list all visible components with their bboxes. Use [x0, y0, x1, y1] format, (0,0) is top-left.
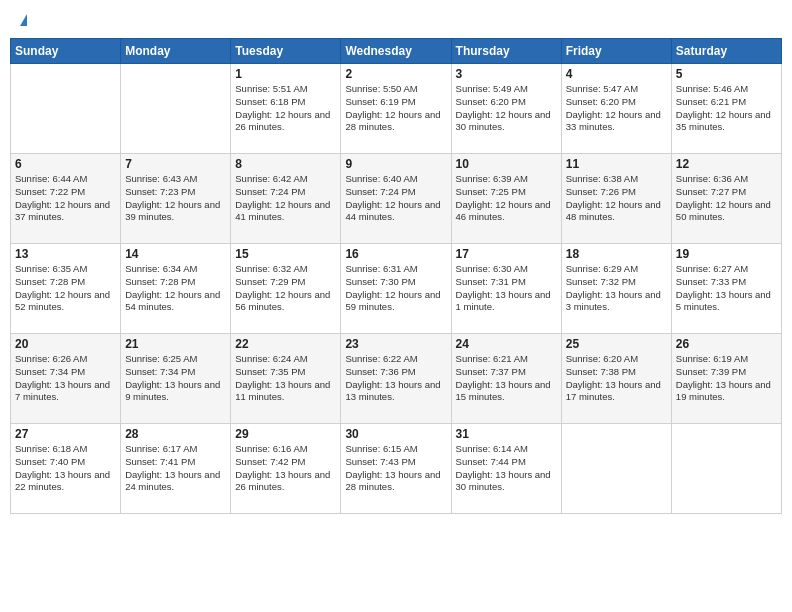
day-number: 20 — [15, 337, 116, 351]
column-header-tuesday: Tuesday — [231, 39, 341, 64]
calendar-cell: 9 Sunrise: 6:40 AMSunset: 7:24 PMDayligh… — [341, 154, 451, 244]
day-number: 19 — [676, 247, 777, 261]
calendar-week-2: 6 Sunrise: 6:44 AMSunset: 7:22 PMDayligh… — [11, 154, 782, 244]
day-number: 6 — [15, 157, 116, 171]
logo-triangle-icon — [20, 14, 27, 26]
day-number: 9 — [345, 157, 446, 171]
day-detail: Sunrise: 5:46 AMSunset: 6:21 PMDaylight:… — [676, 83, 777, 134]
calendar-cell: 21 Sunrise: 6:25 AMSunset: 7:34 PMDaylig… — [121, 334, 231, 424]
day-detail: Sunrise: 6:22 AMSunset: 7:36 PMDaylight:… — [345, 353, 446, 404]
day-detail: Sunrise: 5:51 AMSunset: 6:18 PMDaylight:… — [235, 83, 336, 134]
day-detail: Sunrise: 6:40 AMSunset: 7:24 PMDaylight:… — [345, 173, 446, 224]
calendar-week-5: 27 Sunrise: 6:18 AMSunset: 7:40 PMDaylig… — [11, 424, 782, 514]
calendar-cell: 26 Sunrise: 6:19 AMSunset: 7:39 PMDaylig… — [671, 334, 781, 424]
day-number: 28 — [125, 427, 226, 441]
column-header-sunday: Sunday — [11, 39, 121, 64]
day-number: 2 — [345, 67, 446, 81]
day-detail: Sunrise: 6:21 AMSunset: 7:37 PMDaylight:… — [456, 353, 557, 404]
day-number: 4 — [566, 67, 667, 81]
calendar-cell: 23 Sunrise: 6:22 AMSunset: 7:36 PMDaylig… — [341, 334, 451, 424]
calendar-cell: 2 Sunrise: 5:50 AMSunset: 6:19 PMDayligh… — [341, 64, 451, 154]
calendar-cell: 1 Sunrise: 5:51 AMSunset: 6:18 PMDayligh… — [231, 64, 341, 154]
column-header-thursday: Thursday — [451, 39, 561, 64]
day-detail: Sunrise: 6:20 AMSunset: 7:38 PMDaylight:… — [566, 353, 667, 404]
calendar-cell — [11, 64, 121, 154]
day-detail: Sunrise: 6:29 AMSunset: 7:32 PMDaylight:… — [566, 263, 667, 314]
calendar-cell: 27 Sunrise: 6:18 AMSunset: 7:40 PMDaylig… — [11, 424, 121, 514]
day-detail: Sunrise: 6:18 AMSunset: 7:40 PMDaylight:… — [15, 443, 116, 494]
calendar-cell: 4 Sunrise: 5:47 AMSunset: 6:20 PMDayligh… — [561, 64, 671, 154]
calendar-week-4: 20 Sunrise: 6:26 AMSunset: 7:34 PMDaylig… — [11, 334, 782, 424]
calendar-cell: 15 Sunrise: 6:32 AMSunset: 7:29 PMDaylig… — [231, 244, 341, 334]
calendar-cell: 3 Sunrise: 5:49 AMSunset: 6:20 PMDayligh… — [451, 64, 561, 154]
day-detail: Sunrise: 6:32 AMSunset: 7:29 PMDaylight:… — [235, 263, 336, 314]
day-number: 25 — [566, 337, 667, 351]
day-detail: Sunrise: 6:38 AMSunset: 7:26 PMDaylight:… — [566, 173, 667, 224]
calendar-cell: 5 Sunrise: 5:46 AMSunset: 6:21 PMDayligh… — [671, 64, 781, 154]
day-number: 29 — [235, 427, 336, 441]
day-number: 18 — [566, 247, 667, 261]
column-header-saturday: Saturday — [671, 39, 781, 64]
calendar-cell: 22 Sunrise: 6:24 AMSunset: 7:35 PMDaylig… — [231, 334, 341, 424]
day-detail: Sunrise: 6:14 AMSunset: 7:44 PMDaylight:… — [456, 443, 557, 494]
calendar-header-row: SundayMondayTuesdayWednesdayThursdayFrid… — [11, 39, 782, 64]
day-number: 23 — [345, 337, 446, 351]
calendar-week-3: 13 Sunrise: 6:35 AMSunset: 7:28 PMDaylig… — [11, 244, 782, 334]
day-number: 12 — [676, 157, 777, 171]
day-number: 16 — [345, 247, 446, 261]
calendar-cell: 18 Sunrise: 6:29 AMSunset: 7:32 PMDaylig… — [561, 244, 671, 334]
calendar-cell: 29 Sunrise: 6:16 AMSunset: 7:42 PMDaylig… — [231, 424, 341, 514]
day-detail: Sunrise: 6:19 AMSunset: 7:39 PMDaylight:… — [676, 353, 777, 404]
calendar-cell: 24 Sunrise: 6:21 AMSunset: 7:37 PMDaylig… — [451, 334, 561, 424]
calendar-cell: 28 Sunrise: 6:17 AMSunset: 7:41 PMDaylig… — [121, 424, 231, 514]
calendar-cell: 17 Sunrise: 6:30 AMSunset: 7:31 PMDaylig… — [451, 244, 561, 334]
day-detail: Sunrise: 6:17 AMSunset: 7:41 PMDaylight:… — [125, 443, 226, 494]
day-number: 27 — [15, 427, 116, 441]
day-number: 17 — [456, 247, 557, 261]
logo — [18, 14, 27, 26]
day-detail: Sunrise: 5:50 AMSunset: 6:19 PMDaylight:… — [345, 83, 446, 134]
day-detail: Sunrise: 6:26 AMSunset: 7:34 PMDaylight:… — [15, 353, 116, 404]
calendar-cell — [121, 64, 231, 154]
day-number: 5 — [676, 67, 777, 81]
day-detail: Sunrise: 5:47 AMSunset: 6:20 PMDaylight:… — [566, 83, 667, 134]
day-number: 24 — [456, 337, 557, 351]
day-number: 8 — [235, 157, 336, 171]
day-number: 3 — [456, 67, 557, 81]
day-number: 31 — [456, 427, 557, 441]
calendar-cell: 16 Sunrise: 6:31 AMSunset: 7:30 PMDaylig… — [341, 244, 451, 334]
day-detail: Sunrise: 6:42 AMSunset: 7:24 PMDaylight:… — [235, 173, 336, 224]
calendar-cell: 12 Sunrise: 6:36 AMSunset: 7:27 PMDaylig… — [671, 154, 781, 244]
day-detail: Sunrise: 6:15 AMSunset: 7:43 PMDaylight:… — [345, 443, 446, 494]
calendar-cell: 11 Sunrise: 6:38 AMSunset: 7:26 PMDaylig… — [561, 154, 671, 244]
day-number: 1 — [235, 67, 336, 81]
day-number: 11 — [566, 157, 667, 171]
calendar-table: SundayMondayTuesdayWednesdayThursdayFrid… — [10, 38, 782, 514]
calendar-cell: 6 Sunrise: 6:44 AMSunset: 7:22 PMDayligh… — [11, 154, 121, 244]
column-header-monday: Monday — [121, 39, 231, 64]
calendar-cell: 13 Sunrise: 6:35 AMSunset: 7:28 PMDaylig… — [11, 244, 121, 334]
day-number: 22 — [235, 337, 336, 351]
day-detail: Sunrise: 6:16 AMSunset: 7:42 PMDaylight:… — [235, 443, 336, 494]
day-number: 7 — [125, 157, 226, 171]
calendar-cell: 19 Sunrise: 6:27 AMSunset: 7:33 PMDaylig… — [671, 244, 781, 334]
day-detail: Sunrise: 6:27 AMSunset: 7:33 PMDaylight:… — [676, 263, 777, 314]
calendar-week-1: 1 Sunrise: 5:51 AMSunset: 6:18 PMDayligh… — [11, 64, 782, 154]
calendar-cell — [561, 424, 671, 514]
calendar-cell: 7 Sunrise: 6:43 AMSunset: 7:23 PMDayligh… — [121, 154, 231, 244]
calendar-cell: 8 Sunrise: 6:42 AMSunset: 7:24 PMDayligh… — [231, 154, 341, 244]
calendar-cell — [671, 424, 781, 514]
calendar-cell: 30 Sunrise: 6:15 AMSunset: 7:43 PMDaylig… — [341, 424, 451, 514]
day-detail: Sunrise: 6:35 AMSunset: 7:28 PMDaylight:… — [15, 263, 116, 314]
calendar-cell: 14 Sunrise: 6:34 AMSunset: 7:28 PMDaylig… — [121, 244, 231, 334]
day-detail: Sunrise: 6:24 AMSunset: 7:35 PMDaylight:… — [235, 353, 336, 404]
day-number: 30 — [345, 427, 446, 441]
calendar-cell: 20 Sunrise: 6:26 AMSunset: 7:34 PMDaylig… — [11, 334, 121, 424]
column-header-wednesday: Wednesday — [341, 39, 451, 64]
day-detail: Sunrise: 6:44 AMSunset: 7:22 PMDaylight:… — [15, 173, 116, 224]
day-number: 13 — [15, 247, 116, 261]
day-detail: Sunrise: 5:49 AMSunset: 6:20 PMDaylight:… — [456, 83, 557, 134]
day-detail: Sunrise: 6:31 AMSunset: 7:30 PMDaylight:… — [345, 263, 446, 314]
day-detail: Sunrise: 6:43 AMSunset: 7:23 PMDaylight:… — [125, 173, 226, 224]
column-header-friday: Friday — [561, 39, 671, 64]
